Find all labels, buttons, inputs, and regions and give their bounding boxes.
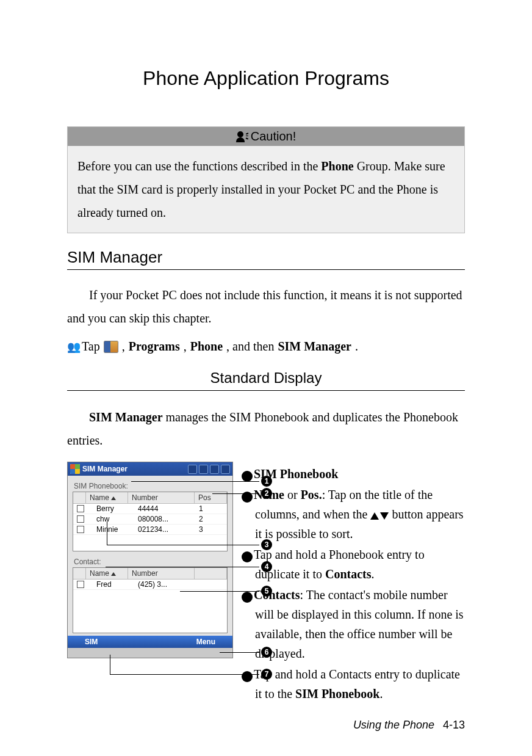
checkbox-icon[interactable] bbox=[77, 515, 84, 523]
divider bbox=[67, 269, 465, 270]
caution-body: Before you can use the functions describ… bbox=[68, 146, 464, 233]
col-number-contact[interactable]: Number bbox=[128, 568, 195, 579]
tap-sim-manager: SIM Manager bbox=[278, 340, 351, 354]
col-number[interactable]: Number bbox=[128, 492, 195, 503]
device-screenshot: SIM Manager SIM Phonebook: Name bbox=[67, 462, 233, 658]
tap-instruction: 👥 Tap , Programs , Phone , and then SIM … bbox=[67, 340, 465, 354]
tap-programs: Programs bbox=[129, 340, 180, 354]
col-name[interactable]: Name bbox=[86, 492, 128, 503]
sip-bar bbox=[68, 648, 232, 658]
signal-icon bbox=[199, 465, 208, 474]
section-body: If your Pocket PC does not include this … bbox=[67, 283, 465, 330]
caution-box: Caution! Before you can use the function… bbox=[67, 126, 465, 233]
table-row[interactable]: Berry 44444 1 bbox=[73, 504, 227, 514]
people-icon: 👥 bbox=[67, 340, 78, 354]
windows-logo-icon bbox=[70, 464, 80, 474]
sim-phonebook-list[interactable]: Name Number Pos Berry 44444 1 bbox=[73, 492, 228, 551]
callout-descriptions: 1SIM Phonebook 2Name or Pos.: Tap on the… bbox=[242, 462, 465, 705]
checkbox-icon[interactable] bbox=[77, 505, 84, 512]
contacts-list[interactable]: Name Number Fred (425) 3... bbox=[73, 567, 228, 633]
contact-label: Contact: bbox=[74, 558, 228, 566]
titlebar: SIM Manager bbox=[68, 462, 232, 476]
section-heading: SIM Manager bbox=[67, 248, 465, 267]
status-icon bbox=[188, 465, 197, 474]
checkbox-icon[interactable] bbox=[77, 581, 84, 588]
sub-heading: Standard Display bbox=[67, 369, 465, 390]
caution-icon bbox=[236, 131, 247, 142]
triangle-down-icon bbox=[380, 512, 389, 520]
tap-phone: Phone bbox=[190, 340, 223, 354]
start-flag-icon bbox=[104, 341, 118, 353]
col-pos[interactable]: Pos bbox=[195, 492, 227, 503]
sim-intro: SIM Manager manages the SIM Phonebook an… bbox=[67, 405, 465, 452]
titlebar-status-icons bbox=[188, 465, 230, 474]
divider-thin bbox=[67, 390, 465, 391]
table-row[interactable]: chw 080008... 2 bbox=[73, 514, 227, 525]
page-title: Phone Application Programs bbox=[67, 67, 465, 90]
checkbox-icon[interactable] bbox=[77, 526, 84, 533]
softkey-bar: SIM Menu bbox=[68, 636, 232, 648]
caution-header: Caution! bbox=[68, 127, 464, 146]
triangle-up-icon bbox=[370, 512, 379, 520]
volume-icon bbox=[210, 465, 219, 474]
sim-phonebook-label: SIM Phonebook: bbox=[74, 482, 228, 490]
table-row[interactable]: Fred (425) 3... bbox=[73, 580, 227, 590]
softkey-left[interactable]: SIM bbox=[85, 638, 98, 646]
col-name-contact[interactable]: Name bbox=[86, 568, 128, 579]
table-row[interactable]: Minnie 021234... 3 bbox=[73, 525, 227, 535]
titlebar-text: SIM Manager bbox=[82, 465, 185, 473]
sort-up-icon bbox=[111, 572, 116, 576]
softkey-right[interactable]: Menu bbox=[196, 638, 215, 646]
page-footer: Using the Phone4-13 bbox=[353, 719, 465, 732]
caution-label: Caution! bbox=[251, 129, 297, 144]
tap-label: Tap bbox=[82, 340, 100, 354]
ok-icon bbox=[221, 465, 230, 474]
sort-up-icon bbox=[111, 496, 116, 500]
